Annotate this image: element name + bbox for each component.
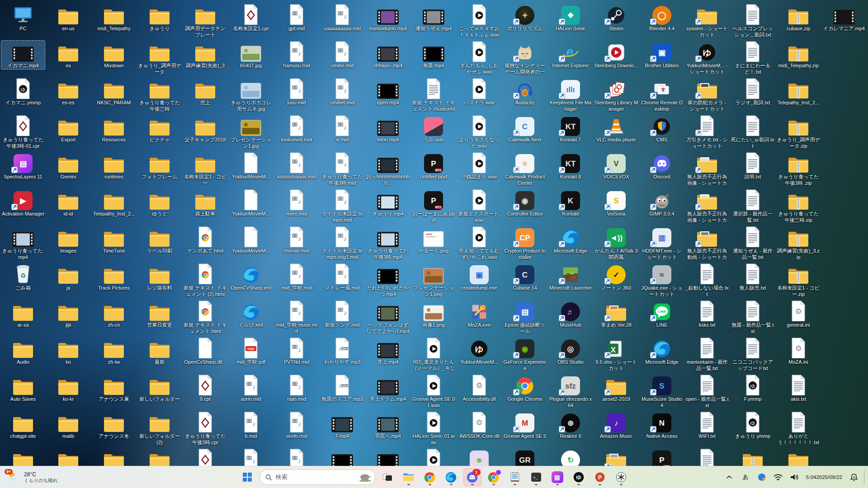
desktop-icon[interactable]: ♪umibet.mid bbox=[321, 78, 364, 106]
desktop-icon[interactable]: YukkuriMovieM... bbox=[229, 226, 273, 254]
desktop-icon[interactable]: ≈JQuake.exe - ショートカット bbox=[640, 263, 684, 297]
desktop-icon[interactable]: open.mp4 bbox=[366, 78, 410, 106]
desktop-icon[interactable]: 小銭詰まり.wav bbox=[458, 152, 501, 180]
desktop-icon[interactable]: 新規エクスポート.wav bbox=[458, 189, 501, 223]
desktop-icon[interactable]: manisekarin.mp4 bbox=[366, 4, 410, 32]
desktop-icon[interactable]: ♪Amazon Music bbox=[594, 411, 638, 440]
desktop-icon[interactable]: CPCrypton Product Installer bbox=[503, 226, 547, 260]
desktop-icon[interactable]: 無題.mp4 bbox=[412, 41, 455, 69]
desktop-icon[interactable]: 答え知っててもむずいわこれ.wav bbox=[458, 226, 501, 260]
desktop-icon[interactable]: 無題 - 親作品一覧.txt bbox=[731, 300, 774, 334]
desktop-icon[interactable]: Chrome Remote Desktop bbox=[640, 78, 684, 112]
desktop-icon[interactable]: VVOICEVOX bbox=[594, 152, 638, 180]
desktop-icon[interactable]: Audio bbox=[1, 337, 45, 366]
taskbar-notepad[interactable] bbox=[506, 468, 524, 486]
desktop-icon[interactable]: id-id bbox=[47, 189, 90, 217]
desktop-icon[interactable]: airset2-2019 bbox=[594, 374, 638, 403]
desktop-icon[interactable]: 死にたい_ゅ歌詞.txt bbox=[731, 115, 774, 149]
desktop-icon[interactable]: きゅうり.mp4 bbox=[366, 189, 410, 217]
desktop-icon[interactable]: Steam bbox=[594, 4, 638, 32]
desktop-icon[interactable]: かるーく.png bbox=[412, 226, 455, 254]
desktop-icon[interactable]: MGroove Agent SE 5 bbox=[503, 411, 547, 440]
desktop-icon[interactable]: 画像1.png bbox=[412, 300, 455, 328]
show-desktop-button[interactable] bbox=[864, 470, 866, 484]
desktop-icon[interactable]: ♪kotusytuaaus.mid bbox=[275, 152, 318, 180]
desktop-icon[interactable]: Audacity bbox=[503, 78, 547, 106]
desktop-icon[interactable]: ずんだもん_しおかぜふ.wav bbox=[458, 41, 501, 75]
desktop-icon[interactable]: NNative Access bbox=[640, 411, 684, 440]
desktop-icon[interactable]: ♪MP3わかりやす.mp3 bbox=[321, 337, 364, 366]
desktop-icon[interactable]: 路上駐車 bbox=[184, 189, 227, 217]
desktop-icon[interactable]: ラジオ_歌詞.txt bbox=[731, 78, 774, 106]
taskbar-discord[interactable]: 1 bbox=[463, 468, 481, 486]
desktop-icon[interactable]: きゅうり_調声用データ bbox=[138, 41, 181, 75]
desktop-icon[interactable]: 調声用データテンプレート bbox=[184, 4, 227, 38]
desktop-icon[interactable]: ▣createdump.exe bbox=[458, 263, 501, 291]
desktop-icon[interactable]: フォトフレーム bbox=[138, 152, 181, 180]
desktop-icon[interactable]: ♪mero.mid bbox=[275, 189, 318, 217]
desktop-icon[interactable]: 筆まめ Ver.28 bbox=[594, 300, 638, 328]
desktop-icon[interactable]: 最新 bbox=[138, 337, 181, 366]
desktop-icon[interactable]: きゅうり食ってた午後3時 .zip bbox=[777, 152, 820, 186]
desktop-icon[interactable]: ♪うみ.ustx bbox=[412, 115, 455, 143]
taskbar-chrome[interactable] bbox=[421, 468, 439, 486]
desktop-icon[interactable]: ▤Epson 接続診断ツール bbox=[503, 300, 547, 334]
desktop-icon[interactable]: YukkuriMovieM... bbox=[229, 189, 273, 217]
desktop-icon[interactable]: PNT2おーばーまにあ.ppsf bbox=[412, 189, 455, 223]
desktop-icon[interactable]: 001_東北きりたん（ノーマル）_今じゃ... bbox=[412, 337, 455, 372]
desktop-icon[interactable]: chatgpt-site bbox=[1, 411, 45, 440]
desktop-icon[interactable]: Discord bbox=[640, 152, 684, 180]
desktop-icon[interactable]: ✦ポリリリリズム bbox=[503, 4, 547, 32]
desktop-icon[interactable]: ♪きゅうり食ってた午後3時.mid bbox=[321, 152, 364, 186]
desktop-icon[interactable]: ◄))かんたん！AITalk 3 関西風 bbox=[594, 226, 638, 260]
desktop-icon[interactable]: だれだFXいれたやつ.mp4 bbox=[366, 263, 410, 297]
desktop-icon[interactable]: ♪メドレー風.mid bbox=[321, 263, 364, 291]
desktop-icon[interactable]: きゅうりボカコレ用サムネ.jpg bbox=[229, 78, 273, 112]
desktop-icon[interactable]: Export bbox=[47, 115, 90, 143]
desktop-icon[interactable]: es-es bbox=[47, 78, 90, 106]
desktop-icon[interactable]: 選択肢 - 親作品一覧.txt bbox=[731, 189, 774, 223]
desktop-icon[interactable]: バスドラ.wav bbox=[458, 78, 501, 106]
desktop-icon[interactable]: open - 親作品一覧.txt bbox=[685, 374, 729, 408]
desktop-icon[interactable]: ♪タイトル未設定.tempo.orig1.mid bbox=[321, 226, 364, 260]
desktop-icon[interactable]: ⚙MoZA.ini bbox=[777, 337, 820, 366]
desktop-icon[interactable]: KTKontakt 8 bbox=[549, 152, 592, 180]
desktop-icon[interactable]: ≡Cakewalk Product Center bbox=[503, 152, 547, 186]
desktop-icon[interactable]: ♪umibe.mid bbox=[321, 41, 364, 69]
desktop-icon[interactable]: _起動しない場合.txt bbox=[685, 263, 729, 297]
desktop-icon[interactable]: Steinberg Library Manager bbox=[594, 78, 638, 112]
desktop-icon[interactable]: ⊛Reaktor 6 bbox=[549, 411, 592, 440]
desktop-icon[interactable]: ⚙general.ini bbox=[777, 300, 820, 328]
desktop-icon[interactable]: ♪xl.mid bbox=[321, 115, 364, 143]
desktop-icon[interactable]: ゆF.ymmp bbox=[731, 374, 774, 403]
desktop-icon[interactable]: 名称未設定1.cpr bbox=[229, 4, 273, 32]
desktop-icon[interactable]: midi_Telepathy.zip bbox=[777, 41, 820, 69]
desktop-icon[interactable]: Telepathy_Inst_2... bbox=[92, 189, 136, 217]
desktop-icon[interactable]: Telepathy_Inst_2... bbox=[777, 78, 820, 106]
desktop-icon[interactable]: Groove Agent SE 01.wav bbox=[412, 374, 455, 408]
desktop-icon[interactable]: KKontakt bbox=[549, 189, 592, 217]
desktop-icon[interactable]: ♪aorin.mid bbox=[229, 374, 273, 403]
desktop-icon[interactable]: PC bbox=[1, 4, 45, 32]
desktop-icon[interactable]: くらび.xml bbox=[229, 300, 273, 328]
desktop-icon[interactable]: ja bbox=[47, 263, 90, 291]
desktop-icon[interactable]: ゆイカマニ.ymmp bbox=[1, 78, 45, 106]
desktop-icon[interactable]: ♪PVTNd.mid bbox=[275, 337, 318, 366]
desktop-icon[interactable]: きゅうり食ってた午後3時.mp4 bbox=[366, 226, 410, 260]
desktop-icon[interactable]: ゆYukkuriMovieM... bbox=[458, 337, 501, 366]
wifi-icon[interactable] bbox=[771, 469, 785, 485]
desktop-icon[interactable]: VLC media player bbox=[594, 115, 638, 143]
desktop-icon[interactable]: akis.txt bbox=[777, 374, 820, 403]
desktop-icon[interactable]: Mixdown bbox=[92, 41, 136, 69]
desktop-icon[interactable]: 65407.jpg bbox=[229, 41, 273, 69]
desktop-icon[interactable]: ヘッドフォンはずしててよかっt.mp4 bbox=[366, 300, 410, 334]
ime-indicator[interactable]: あ bbox=[738, 469, 753, 485]
desktop-icon[interactable]: es bbox=[47, 41, 90, 69]
desktop-icon[interactable]: 調声練習(失敗)_3 bbox=[184, 41, 227, 69]
desktop-icon[interactable]: zh-tw bbox=[92, 337, 136, 366]
notification-bell-icon[interactable]: z bbox=[847, 469, 861, 485]
desktop-icon[interactable]: zh-cn bbox=[92, 300, 136, 328]
desktop-icon[interactable]: ar-sa bbox=[1, 300, 45, 328]
desktop-icon[interactable]: CCakewalk Next bbox=[503, 115, 547, 143]
desktop-icon[interactable]: プレゼンテーション1.png bbox=[412, 263, 455, 297]
